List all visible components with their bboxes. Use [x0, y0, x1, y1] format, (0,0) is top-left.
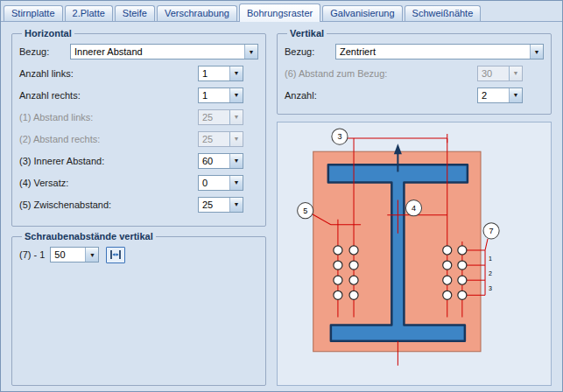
chevron-down-glyph: ▼ [234, 179, 240, 186]
anzahl-rechts-value: 1 [199, 88, 229, 102]
innerer-abstand-value: 60 [199, 154, 229, 168]
schraubenabstand-1-label: (7) - 1 [19, 249, 45, 260]
versatz-label: (4) Versatz: [19, 178, 198, 188]
bolt-hole [349, 276, 358, 284]
chevron-down-icon[interactable]: ▼ [229, 176, 243, 190]
equal-spacing-button[interactable] [106, 247, 125, 263]
chevron-down-icon[interactable]: ▼ [229, 88, 243, 102]
anzahl-vertikal-combobox[interactable]: 2 ▼ [477, 88, 523, 103]
tab-page-bohrungsraster: Horizontal Bezug: Innerer Abstand ▼ Anza… [1, 21, 562, 391]
callout-5: 5 [298, 203, 313, 219]
bolt-hole [334, 276, 342, 284]
chevron-down-icon[interactable]: ▼ [244, 45, 257, 59]
chevron-down-glyph: ▼ [249, 49, 255, 55]
chevron-down-glyph: ▼ [234, 201, 240, 207]
bolt-hole [349, 261, 358, 270]
tab-steife[interactable]: Steife [115, 5, 155, 21]
chevron-down-icon[interactable]: ▼ [509, 88, 522, 102]
bolt-hole [443, 246, 452, 255]
bolt-hole [334, 290, 342, 299]
chevron-down-icon[interactable]: ▼ [229, 154, 243, 168]
zwischenabstand-combobox[interactable]: 25 ▼ [198, 197, 243, 213]
callout-3-number: 3 [337, 132, 341, 141]
abstand-zum-bezug-label: (6) Abstand zum Bezug: [285, 68, 477, 79]
anzahl-links-value: 1 [199, 66, 229, 80]
field-row-abstand-rechts: (2) Abstand rechts: 25 ▼ [19, 128, 258, 150]
chevron-down-glyph: ▼ [234, 114, 240, 120]
chevron-down-glyph: ▼ [234, 70, 240, 76]
callout-5-number: 5 [303, 206, 307, 215]
group-schraubenabstaende-title: Schraubenabstände vertikal [22, 231, 156, 242]
bolt-hole [443, 276, 452, 284]
bolt-hole [458, 290, 467, 299]
zwischenabstand-label: (5) Zwischenabstand: [19, 200, 198, 210]
innerer-abstand-combobox[interactable]: 60 ▼ [198, 153, 243, 169]
callout-4: 4 [405, 200, 421, 216]
bezug-horizontal-label: Bezug: [19, 46, 70, 57]
callout-4-number: 4 [412, 204, 416, 213]
callout-3: 3 [332, 129, 348, 144]
anzahl-links-label: Anzahl links: [19, 68, 198, 79]
bolt-hole [443, 261, 452, 270]
tab-schweissnaehte[interactable]: Schweißnähte [405, 5, 482, 21]
chevron-down-glyph: ▼ [513, 92, 519, 98]
field-row-bezug-vertikal: Bezug: Zentriert ▼ [285, 41, 544, 62]
abstand-links-label: (1) Abstand links: [19, 112, 198, 122]
tab-galvanisierung[interactable]: Galvanisierung [322, 5, 402, 21]
chevron-down-icon: ▼ [229, 110, 243, 124]
bolt-hole [349, 290, 358, 299]
group-vertikal-title: Vertikal [287, 28, 327, 38]
anzahl-vertikal-label: Anzahl: [285, 90, 477, 101]
bezug-vertikal-combobox[interactable]: Zentriert ▼ [335, 44, 544, 60]
chevron-down-glyph: ▼ [234, 92, 240, 98]
bezug-horizontal-combobox[interactable]: Innerer Abstand ▼ [70, 44, 258, 60]
tab-bohrungsraster[interactable]: Bohrungsraster [239, 4, 320, 22]
bolt-hole [443, 290, 452, 299]
field-row-anzahl-rechts: Anzahl rechts: 1 ▼ [19, 84, 258, 106]
bolt-hole [458, 276, 467, 284]
abstand-links-combobox: 25 ▼ [198, 109, 243, 125]
row-spacing-label-2: 2 [489, 270, 492, 276]
group-horizontal-title: Horizontal [22, 28, 74, 38]
bolt-hole [458, 246, 467, 255]
schraubenabstand-1-combobox[interactable]: 50 ▼ [50, 247, 99, 262]
abstand-rechts-combobox: 25 ▼ [198, 131, 243, 147]
group-horizontal: Horizontal Bezug: Innerer Abstand ▼ Anza… [11, 28, 266, 227]
bolt-hole [334, 246, 342, 255]
field-row-versatz: (4) Versatz: 0 ▼ [19, 172, 258, 193]
bolt-hole [349, 246, 358, 255]
field-row-schraubenabstand-1: (7) - 1 50 ▼ [19, 244, 258, 265]
chevron-down-glyph: ▼ [534, 49, 540, 55]
field-row-abstand-links: (1) Abstand links: 25 ▼ [19, 106, 258, 128]
field-row-abstand-zum-bezug: (6) Abstand zum Bezug: 30 ▼ [285, 62, 544, 84]
distribute-spacing-icon [109, 249, 122, 260]
chevron-down-icon[interactable]: ▼ [85, 248, 98, 262]
field-row-zwischenabstand: (5) Zwischenabstand: 25 ▼ [19, 193, 258, 215]
abstand-rechts-value: 25 [199, 132, 229, 146]
versatz-combobox[interactable]: 0 ▼ [198, 175, 243, 191]
chevron-down-icon[interactable]: ▼ [229, 198, 243, 212]
chevron-down-icon: ▼ [229, 132, 243, 146]
abstand-zum-bezug-combobox: 30 ▼ [477, 66, 523, 81]
chevron-down-icon[interactable]: ▼ [530, 45, 543, 59]
group-schraubenabstaende-vertikal: Schraubenabstände vertikal (7) - 1 50 ▼ [11, 231, 266, 386]
abstand-rechts-label: (2) Abstand rechts: [19, 134, 198, 144]
row-spacing-label-1: 1 [489, 256, 492, 262]
connection-design-dialog: Stirnplatte 2.Platte Steife Verschraubun… [0, 0, 563, 392]
abstand-zum-bezug-value: 30 [478, 66, 509, 80]
zwischenabstand-value: 25 [199, 198, 229, 212]
chevron-down-icon[interactable]: ▼ [229, 66, 243, 80]
tab-verschraubung[interactable]: Verschraubung [157, 5, 237, 21]
chevron-down-glyph: ▼ [89, 252, 95, 258]
bolt-hole [458, 261, 467, 270]
diagram-panel: 1 2 3 3 5 4 [277, 122, 552, 386]
chevron-down-glyph: ▼ [513, 70, 519, 76]
tab-2platte[interactable]: 2.Platte [65, 5, 113, 21]
chevron-down-glyph: ▼ [234, 136, 240, 142]
bezug-horizontal-value: Innerer Abstand [71, 45, 244, 59]
tab-stirnplatte[interactable]: Stirnplatte [4, 5, 63, 21]
bezug-vertikal-value: Zentriert [336, 45, 530, 59]
anzahl-rechts-combobox[interactable]: 1 ▼ [198, 88, 243, 103]
anzahl-links-combobox[interactable]: 1 ▼ [198, 66, 243, 81]
anzahl-rechts-label: Anzahl rechts: [19, 90, 198, 101]
